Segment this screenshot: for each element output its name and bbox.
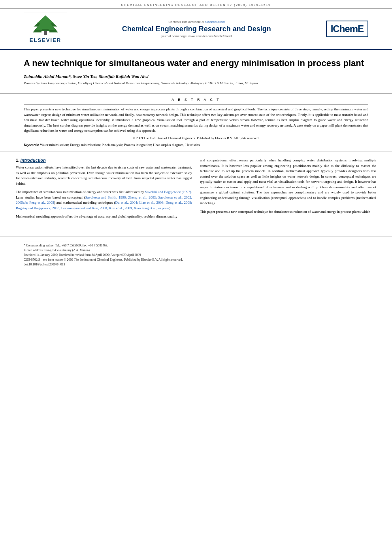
ichemE-logo-area: IChemE [326,21,368,37]
copyright-note: 0263-8762/$ – see front matter © 2009 Th… [24,258,183,261]
journal-title: Chemical Engineering Research and Design [75,25,318,33]
section1-para1: Water conservation efforts have intensif… [16,165,192,186]
received-note: Received 14 January 2009; Received in re… [24,253,141,257]
article-title-section: A new technique for simultaneous water a… [0,50,392,94]
elsevier-wordmark: ELSEVIER [26,37,65,43]
footer-received: Received 14 January 2009; Received in re… [24,253,368,258]
banner-center: Contents lists available at ScienceDirec… [67,20,326,38]
sciencedirect-link[interactable]: ScienceDirect [205,20,224,24]
journal-homepage: journal homepage: www.elsevier.com/locat… [75,34,318,38]
ref-savelski[interactable]: Savelski and Bagejewicz (1997) [145,190,191,194]
section1-para3: Mathematical modeling approach offers th… [16,214,192,220]
footer-copyright: 0263-8762/$ – see front matter © 2009 Th… [24,258,368,262]
svg-marker-2 [36,15,55,30]
section1-number: 1. [16,158,19,163]
footer-rule [24,241,71,241]
ichemE-wordmark: IChemE [326,21,368,37]
footer-email: E-mail address: zain@fkkksa.utm.my (Z.A.… [24,248,368,253]
footer-corresponding: * Corresponding author. Tel.: +60 7 5535… [24,243,368,248]
page: Chemical Engineering Research and Design… [0,0,392,555]
email-note: E-mail address: zain@fkkksa.utm.my (Z.A.… [24,248,90,252]
section1-right-para1: and computational effectiveness particul… [200,158,376,206]
abstract-rule [24,104,368,104]
footer-section: * Corresponding author. Tel.: +60 7 5535… [0,237,392,270]
abstract-section: A B S T R A C T This paper presents a ne… [0,94,392,152]
main-body: 1. Introduction Water conservation effor… [0,152,392,229]
keywords-text: Water minimisation; Energy minimisation;… [40,143,200,147]
article-affiliation: Process Systems Engineering Centre, Facu… [24,81,368,86]
section1-para2: The importance of simultaneous minimisat… [16,189,192,211]
elsevier-logo-area: ELSEVIER [24,13,67,45]
corresponding-note: * Corresponding author. Tel.: +60 7 5535… [24,244,108,247]
col-right: and computational effectiveness particul… [200,158,376,223]
elsevier-logo-box: ELSEVIER [24,13,67,45]
elsevier-tree-icon [30,15,61,36]
journal-meta-text: Chemical Engineering Research and Design… [121,3,271,7]
article-authors: Zainuddin Abdul Manan*, Swee Yin Tea, Sh… [24,74,368,79]
abstract-text: This paper presents a new technique for … [24,107,368,134]
abstract-copyright: © 2009 The Institution of Chemical Engin… [24,136,368,140]
journal-meta-header: Chemical Engineering Research and Design… [0,0,392,9]
journal-banner: ELSEVIER Contents lists available at Sci… [0,9,392,50]
svg-rect-0 [44,31,47,35]
keywords-line: Keywords: Water minimisation; Energy min… [24,142,368,148]
col-left: 1. Introduction Water conservation effor… [16,158,192,223]
section1-right-para2: This paper presents a new conceptual tec… [200,209,376,215]
section1-heading: 1. Introduction [16,158,192,163]
footer-doi: doi:10.1016/j.cherd.2009.04.013 [24,262,368,267]
abstract-title: A B S T R A C T [24,98,368,102]
contents-available: Contents lists available at ScienceDirec… [75,20,318,24]
doi-note: doi:10.1016/j.cherd.2009.04.013 [24,263,65,266]
article-title: A new technique for simultaneous water a… [24,58,368,69]
section1-title: Introduction [21,158,46,163]
keywords-label: Keywords: [24,143,39,147]
contents-text: Contents lists available at [168,20,205,24]
